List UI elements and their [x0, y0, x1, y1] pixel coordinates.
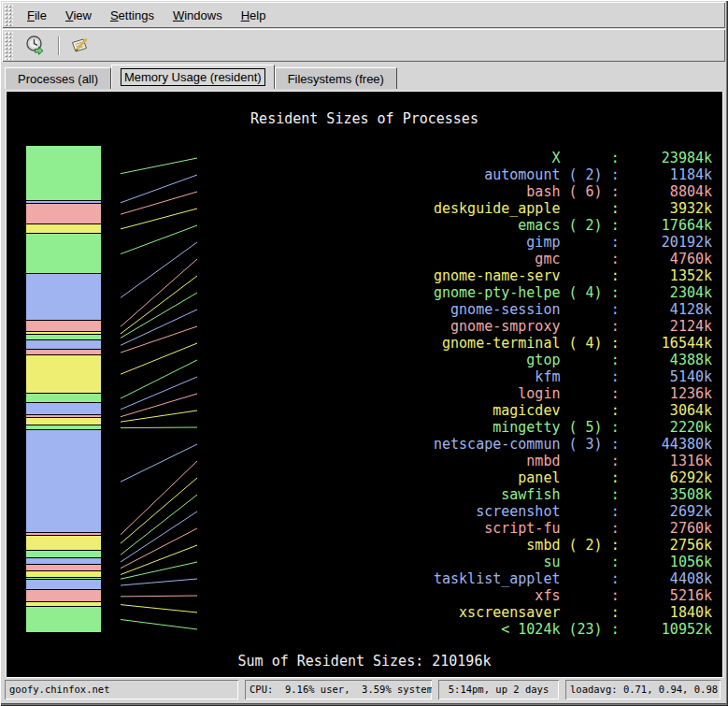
process-row: smbd ( 2) : 2756k	[434, 537, 712, 554]
time-uptime-status: 5:14pm, up 2 days	[438, 680, 559, 699]
process-row: deskguide_apple : 3932k	[434, 200, 712, 217]
connector-line	[121, 427, 197, 428]
process-row: kfm : 5140k	[434, 368, 712, 385]
connector-line	[121, 158, 197, 174]
process-row: gimp : 20192k	[434, 234, 712, 251]
process-row: su : 1056k	[434, 554, 712, 570]
process-row: automount ( 2) : 1184k	[434, 166, 712, 183]
process-row: gnome-terminal ( 4) : 16544k	[434, 335, 712, 352]
tab-label: Memory Usage (resident)	[121, 68, 265, 86]
hostname-status: goofy.chinfox.net	[5, 680, 238, 699]
process-row: magicdev : 3064k	[434, 402, 712, 419]
status-bar: goofy.chinfox.net CPU: 9.16% user, 3.59%…	[5, 680, 721, 699]
connector-line	[121, 511, 197, 562]
process-row: gmc : 4760k	[434, 251, 712, 267]
process-row: gnome-name-serv : 1352k	[434, 267, 712, 284]
gtop-window: FileViewSettingsWindowsHelp Processes (a…	[0, 0, 728, 706]
menu-view[interactable]: View	[58, 5, 99, 26]
cpu-status: CPU: 9.16% user, 3.59% system	[245, 680, 432, 699]
menu-file[interactable]: File	[20, 5, 54, 26]
process-row: xfs : 5216k	[434, 587, 712, 604]
process-row: xscreensaver : 1840k	[434, 604, 712, 621]
process-row: nmbd : 1316k	[434, 453, 712, 469]
process-row: panel : 6292k	[434, 469, 712, 486]
connector-line	[121, 605, 197, 612]
connector-line	[121, 242, 197, 297]
connector-line	[121, 192, 197, 214]
timer-clock-icon[interactable]	[21, 33, 50, 59]
menu-bar: FileViewSettingsWindowsHelp	[2, 2, 725, 28]
connector-line	[121, 276, 197, 334]
process-row: tasklist_applet : 4408k	[434, 570, 712, 587]
process-row: sawfish : 3508k	[434, 486, 712, 503]
menu-settings[interactable]: Settings	[103, 5, 162, 26]
notebook-tabs: Processes (all)Memory Usage (resident)Fi…	[5, 65, 723, 89]
connector-line	[121, 175, 197, 203]
process-row: gnome-smproxy : 2124k	[434, 318, 712, 335]
connector-line	[121, 596, 197, 597]
tab-label: Filesystems (free)	[284, 70, 388, 88]
process-row: emacs ( 2) : 17664k	[434, 217, 712, 234]
menubar-drag-handle[interactable]	[4, 4, 13, 26]
process-row: mingetty ( 5) : 2220k	[434, 419, 712, 436]
connector-line	[121, 579, 197, 585]
tab-memory-usage-resident[interactable]: Memory Usage (resident)	[111, 65, 275, 89]
toolbar-drag-handle[interactable]	[4, 31, 13, 60]
memory-usage-chart: Resident Sizes of Processes X : 23984k a…	[6, 91, 722, 677]
loadavg-status: loadavg: 0.71, 0.94, 0.98	[565, 680, 721, 699]
connector-line	[121, 478, 197, 543]
menu-items: FileViewSettingsWindowsHelp	[16, 5, 273, 26]
tab-label: Processes (all)	[14, 70, 102, 88]
tool-bar	[2, 29, 725, 62]
connector-line	[121, 209, 197, 229]
connector-line	[121, 528, 197, 569]
menu-windows[interactable]: Windows	[165, 5, 230, 26]
process-row: login : 1236k	[434, 385, 712, 402]
connector-line	[121, 620, 197, 630]
tab-filesystems-free[interactable]: Filesystems (free)	[275, 67, 397, 89]
tab-processes-all[interactable]: Processes (all)	[5, 67, 111, 89]
note-edit-glyph	[67, 34, 92, 58]
connector-line	[121, 259, 197, 326]
connector-line	[121, 343, 197, 374]
process-row: gnome-session : 4128k	[434, 301, 712, 318]
connector-line	[121, 461, 197, 535]
process-row: script-fu : 2760k	[434, 520, 712, 537]
process-row: netscape-commun ( 3) : 44380k	[434, 436, 712, 453]
timer-clock-glyph	[23, 34, 48, 58]
connector-line	[121, 411, 197, 422]
connector-line	[121, 225, 197, 254]
toolbar-separator	[58, 36, 60, 55]
process-list: X : 23984k automount ( 2) : 1184k bash (…	[434, 150, 712, 638]
process-row: gnome-pty-helpe ( 4) : 2304k	[434, 284, 712, 301]
connector-line	[121, 444, 197, 482]
connector-line	[121, 495, 197, 555]
note-edit-icon[interactable]	[65, 33, 93, 59]
process-row: gtop : 4388k	[434, 352, 712, 368]
connector-line	[121, 394, 197, 417]
menu-help[interactable]: Help	[234, 5, 274, 26]
process-row: < 1024k (23) : 10952k	[434, 621, 712, 638]
process-row: screenshot : 2692k	[434, 503, 712, 520]
sum-of-resident-sizes: Sum of Resident Sizes: 210196k	[7, 654, 722, 669]
process-row: X : 23984k	[434, 150, 712, 166]
process-row: bash ( 6) : 8804k	[434, 183, 712, 200]
